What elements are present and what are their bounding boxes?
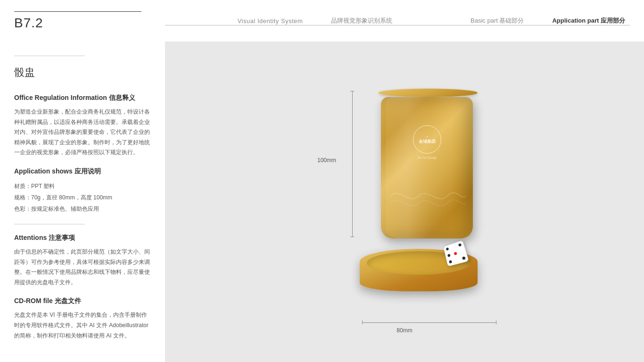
cup-top-rim (379, 89, 478, 97)
dot-1 (446, 247, 449, 251)
header-right-line (465, 25, 630, 25)
header-center-line (165, 25, 465, 25)
horizontal-dimension (362, 321, 496, 324)
cup-wave-decoration (390, 177, 463, 215)
section1-text: 为塑造企业新形象，配合企业商务礼仪规范，特设计各种礼赠附属品，以适应各种商务活动… (14, 107, 151, 158)
spec-size: 规格：70g，直径 80mm，高度 100mm (14, 192, 151, 203)
main-content: 骰盅 Office Regulation Information 信息释义 为塑… (0, 41, 644, 362)
v-cap-bottom (350, 237, 354, 237)
section3-heading: Attentions 注意事项 (14, 234, 151, 242)
cup-logo-circle: ⚬ 金域集团 (413, 125, 441, 154)
v-line (352, 91, 353, 237)
spec-color: 色彩：按规定标准色、辅助色应用 (14, 203, 151, 214)
header: B7.2 Visual Identity System 品牌视觉形象识别系统 B… (0, 0, 644, 41)
left-panel: 骰盅 Office Regulation Information 信息释义 为塑… (0, 41, 165, 362)
dice-container (445, 243, 466, 264)
page-title: 骰盅 (14, 66, 151, 80)
h-cap-right (496, 321, 496, 324)
section-divider-mid (14, 224, 85, 224)
dice (443, 240, 469, 267)
cup-body: ⚬ 金域集团 Jin Yu Group (381, 97, 473, 239)
section1-heading: Office Regulation Information 信息释义 (14, 94, 151, 102)
dot-2 (458, 243, 462, 247)
dot-center (454, 252, 457, 255)
application-part-label: Application part 应用部分 (547, 16, 630, 25)
right-panel: 100mm ⚬ 金域集团 Jin Yu Group (165, 41, 644, 362)
cup-logo-text: 金域集团 (419, 139, 436, 144)
dimension-height-label: 100mm (317, 157, 336, 164)
header-top-line (14, 11, 141, 12)
vi-system-en: Visual Identity System (238, 17, 303, 25)
spec-material: 材质：PPT 塑料 (14, 181, 151, 192)
basic-part-label: Basic part 基础部分 (466, 16, 528, 25)
dimension-width-label: 80mm (396, 327, 412, 334)
vi-system-zh: 品牌视觉形象识别系统 (331, 16, 392, 25)
page-code: B7.2 (14, 16, 151, 31)
header-right: Basic part 基础部分 Application part 应用部分 (465, 16, 644, 25)
section4-text: 光盘文件是本 VI 手册电子文件的集合，内含手册制作时的专用软件格式文件。其中 … (14, 310, 151, 341)
dot-4 (449, 260, 452, 263)
illustration-area: 100mm ⚬ 金域集团 Jin Yu Group (291, 65, 518, 338)
header-center: Visual Identity System 品牌视觉形象识别系统 (165, 16, 465, 25)
header-center-texts: Visual Identity System 品牌视觉形象识别系统 (228, 16, 402, 25)
vertical-dimension (350, 91, 354, 237)
cup-logo-sub: Jin Yu Group (413, 156, 441, 159)
dot-3 (447, 254, 451, 257)
section3-text: 由于信息的不确定性，此页部分规范（如文字大小、间距等）可作为参考使用，具体可根据… (14, 247, 151, 288)
dot-5 (462, 256, 466, 260)
section4-heading: CD-ROM file 光盘文件 (14, 297, 151, 305)
cup-logo: ⚬ 金域集团 Jin Yu Group (413, 125, 441, 159)
header-left: B7.2 (0, 11, 165, 31)
section-divider-top (14, 56, 85, 56)
h-line (363, 322, 496, 323)
section2-heading: Application shows 应用说明 (14, 167, 151, 176)
